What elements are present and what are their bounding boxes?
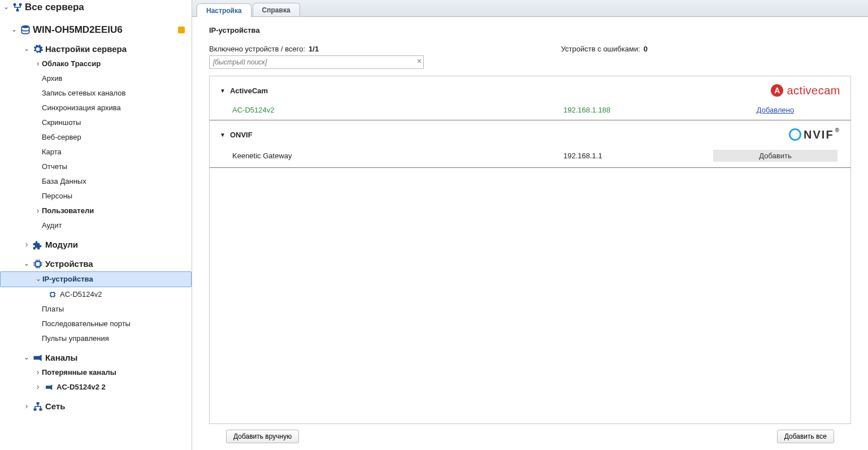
tree-map[interactable]: Карта (0, 145, 192, 159)
tree-camera-channel[interactable]: AC-D5124v2 2 (0, 380, 192, 395)
chevron-down-icon (34, 275, 42, 283)
footer: Добавить вручную Добавить все (209, 424, 851, 450)
gear-icon (31, 44, 45, 55)
tree-devices[interactable]: Устройства (0, 257, 192, 271)
tree-label: AC-D5124v2 (60, 288, 188, 301)
chevron-right-icon (34, 206, 42, 215)
tree-cloud[interactable]: Облако Трассир (0, 57, 192, 71)
tree-label: Все сервера (25, 1, 188, 14)
tree-serial-ports[interactable]: Последовательные порты (0, 317, 192, 331)
chevron-right-icon (34, 368, 42, 377)
tree-control-panels[interactable]: Пульты управления (0, 331, 192, 346)
tree-label: Последовательные порты (42, 318, 188, 330)
tree-channels[interactable]: Каналы (0, 351, 192, 365)
tree-reports[interactable]: Отчеты (0, 159, 192, 174)
chevron-right-icon (23, 402, 31, 411)
tree-label: Пользователи (42, 205, 188, 217)
tree-netrec[interactable]: Запись сетевых каналов (0, 86, 192, 101)
svg-rect-7 (34, 408, 37, 410)
tab-settings[interactable]: Настройка (197, 3, 251, 17)
add-manual-button[interactable]: Добавить вручную (226, 430, 299, 443)
status-warning-icon (178, 27, 185, 33)
tree-label: Скриншоты (42, 116, 188, 129)
tree-label: База Данных (42, 175, 188, 188)
tree-database[interactable]: База Данных (0, 174, 192, 189)
tree-users[interactable]: Пользователи (0, 204, 192, 218)
network-icon (31, 401, 45, 412)
tree-network[interactable]: Сеть (0, 399, 192, 414)
main-panel: Настройка Справка IP-устройства Включено… (192, 0, 868, 450)
svg-rect-4 (36, 262, 40, 266)
tree-label: Платы (42, 303, 188, 315)
chip-icon (45, 290, 60, 299)
tree-label: Архив (42, 72, 188, 85)
device-name: AC-D5124v2 (232, 106, 563, 114)
tree-label: Карта (42, 146, 188, 158)
tab-bar: Настройка Справка (192, 0, 868, 17)
tree-server[interactable]: WIN-OH5MD2EEIU6 (0, 23, 192, 37)
device-added-link[interactable]: Добавлено (757, 106, 794, 114)
tree-webserver[interactable]: Веб-сервер (0, 130, 192, 145)
device-group-header[interactable]: ▼ ONVIF NVIF® (210, 120, 850, 146)
puzzle-icon (31, 239, 45, 250)
device-group-header[interactable]: ▼ ActiveCam Aactivecam (210, 76, 850, 102)
errors-label: Устройств с ошибками: (561, 45, 640, 53)
tree-archive[interactable]: Архив (0, 71, 192, 86)
chevron-down-icon (10, 26, 18, 34)
device-ip: 192.168.1.188 (563, 106, 710, 114)
svg-rect-6 (37, 403, 40, 405)
device-ip: 192.168.1.1 (563, 152, 710, 160)
add-all-button[interactable]: Добавить все (777, 430, 834, 443)
tree-label: Аудит (42, 219, 188, 232)
camera-icon (42, 383, 57, 392)
svg-rect-5 (51, 293, 55, 297)
tree-ip-devices[interactable]: IP-устройства (0, 271, 192, 287)
tree-persons[interactable]: Персоны (0, 189, 192, 204)
tree-modules[interactable]: Модули (0, 237, 192, 252)
search-input[interactable] (209, 55, 424, 69)
tree-archsync[interactable]: Синхронизация архива (0, 101, 192, 115)
tree-label: Потерянные каналы (42, 366, 188, 379)
tree-label: Облако Трассир (42, 58, 188, 70)
tab-help[interactable]: Справка (253, 3, 300, 16)
enabled-value: 1/1 (309, 45, 319, 53)
device-add-button[interactable]: Добавить (713, 150, 837, 162)
device-group-name: ONVIF (230, 131, 789, 139)
device-list-panel: ▼ ActiveCam Aactivecam AC-D5124v2 192.16… (209, 76, 851, 424)
chevron-down-icon (2, 3, 10, 11)
tree-screenshots[interactable]: Скриншоты (0, 115, 192, 130)
tree-lost-channels[interactable]: Потерянные каналы (0, 365, 192, 380)
chevron-right-icon (34, 59, 42, 68)
device-row[interactable]: Keenetic Gateway 192.168.1.1 Добавить (210, 146, 850, 168)
chip-icon (31, 258, 45, 270)
tree-label: Сеть (45, 400, 188, 413)
tree-label: Устройства (45, 258, 188, 270)
tree-label: Настройки сервера (45, 43, 188, 55)
tree-server-settings[interactable]: Настройки сервера (0, 42, 192, 57)
tree-label: Синхронизация архива (42, 102, 188, 114)
chevron-down-icon (23, 260, 31, 268)
tree-all-servers[interactable]: Все сервера (0, 0, 192, 15)
enabled-label: Включено устройств / всего: (209, 45, 305, 53)
database-icon (18, 24, 33, 36)
tree-label: Модули (45, 239, 188, 251)
tree-audit[interactable]: Аудит (0, 218, 192, 233)
page-title: IP-устройства (209, 26, 851, 34)
tree-label: AC-D5124v2 2 (57, 381, 188, 393)
tree-ip-device-item[interactable]: AC-D5124v2 (0, 287, 192, 302)
chevron-right-icon (34, 383, 42, 392)
sidebar: Все сервера WIN-OH5MD2EEIU6 Настройки се… (0, 0, 192, 450)
errors-value: 0 (644, 45, 648, 53)
chevron-down-icon (23, 45, 31, 53)
device-name: Keenetic Gateway (232, 152, 563, 160)
tree-label: IP-устройства (42, 273, 188, 285)
search-wrap: × (209, 55, 424, 69)
activecam-logo: Aactivecam (771, 83, 840, 98)
camera-icon (31, 352, 45, 364)
tree-boards[interactable]: Платы (0, 302, 192, 317)
onvif-logo: NVIF® (789, 127, 840, 142)
tree-label: WIN-OH5MD2EEIU6 (33, 24, 188, 36)
clear-search-icon[interactable]: × (417, 57, 422, 66)
device-row[interactable]: AC-D5124v2 192.168.1.188 Добавлено (210, 102, 850, 120)
stats-row: Включено устройств / всего: 1/1 Устройст… (209, 45, 851, 53)
